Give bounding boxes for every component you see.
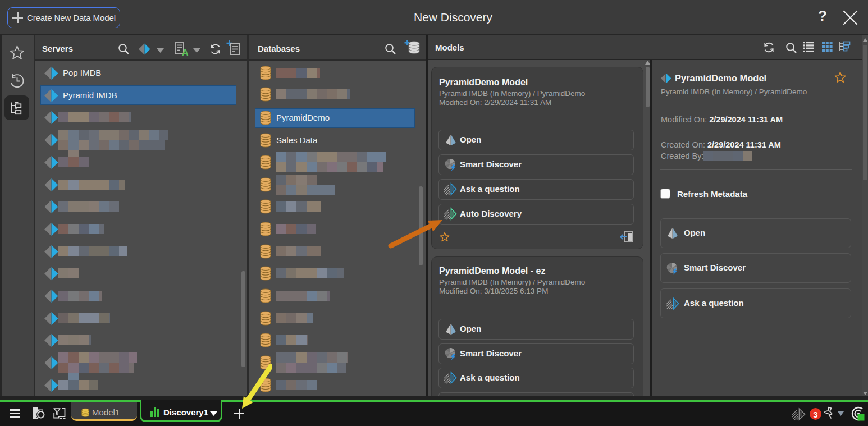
svg-text:A: A — [182, 48, 189, 56]
